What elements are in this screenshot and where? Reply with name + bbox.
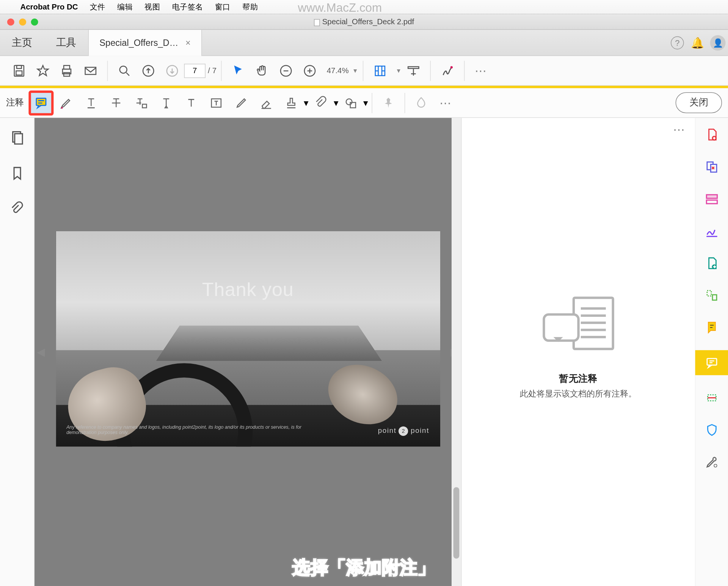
find-button[interactable] xyxy=(113,59,136,83)
svg-rect-4 xyxy=(64,65,70,69)
hand-tool-button[interactable] xyxy=(251,59,275,83)
sign-button[interactable] xyxy=(436,59,460,83)
prev-page-button[interactable] xyxy=(136,59,160,83)
highlight-button[interactable] xyxy=(53,90,78,115)
comments-empty-subtitle: 此处将显示该文档的所有注释。 xyxy=(462,389,695,400)
scan-ocr-icon[interactable] xyxy=(702,388,721,407)
fit-dropdown-icon[interactable]: ▼ xyxy=(396,67,402,74)
svg-rect-21 xyxy=(14,134,22,144)
textbox-button[interactable] xyxy=(204,90,229,115)
tab-bar: 主页 工具 Special_Offers_D… × ? 🔔 👤 xyxy=(0,30,728,56)
print-button[interactable] xyxy=(55,59,79,83)
svg-rect-2 xyxy=(16,71,22,75)
comments-empty-state: 暂无注释 此处将显示该文档的所有注释。 xyxy=(462,296,695,400)
page-total-label: / 7 xyxy=(208,66,217,75)
svg-rect-6 xyxy=(85,67,96,74)
comment-icon[interactable] xyxy=(695,350,728,375)
organize-pages-icon[interactable] xyxy=(702,286,721,305)
svg-point-14 xyxy=(450,66,453,68)
export-pdf-icon[interactable] xyxy=(702,254,721,273)
menu-help[interactable]: 帮助 xyxy=(236,2,264,12)
svg-rect-29 xyxy=(712,295,716,300)
fill-sign-icon[interactable] xyxy=(702,221,721,240)
comment-toolbar-label: 注释 xyxy=(6,97,24,108)
select-tool-button[interactable] xyxy=(227,59,251,83)
app-name[interactable]: Acrobat Pro DC xyxy=(14,2,84,11)
comment-more-button[interactable]: ⋯ xyxy=(434,90,459,115)
notifications-button[interactable]: 🔔 xyxy=(687,36,708,49)
thumbnails-button[interactable] xyxy=(9,130,25,147)
svg-rect-30 xyxy=(707,359,716,365)
add-text-button[interactable] xyxy=(179,90,204,115)
comment-close-button[interactable]: 关闭 xyxy=(676,92,722,113)
menu-edit[interactable]: 编辑 xyxy=(111,2,138,12)
more-tools-button[interactable]: ⋯ xyxy=(469,59,493,83)
comments-panel-menu[interactable]: ⋯ xyxy=(673,123,686,137)
draw-button[interactable] xyxy=(229,90,254,115)
svg-rect-26 xyxy=(706,200,717,204)
document-icon xyxy=(314,19,320,26)
left-nav-panel xyxy=(0,118,35,586)
send-comments-icon[interactable] xyxy=(702,318,721,337)
attachments-button[interactable] xyxy=(9,201,25,219)
menu-file[interactable]: 文件 xyxy=(84,2,111,12)
read-mode-button[interactable] xyxy=(402,59,425,83)
zoom-out-button[interactable] xyxy=(274,59,298,83)
svg-rect-16 xyxy=(142,104,146,107)
window-titlebar: Special_Offers_Deck 2.pdf xyxy=(0,14,728,30)
slide-content: Thank you Any reference to company names… xyxy=(56,231,440,447)
mac-menu-bar: Acrobat Pro DC 文件 编辑 视图 电子签名 窗口 帮助 www.M… xyxy=(0,0,728,14)
help-button[interactable]: ? xyxy=(667,36,687,49)
erase-button[interactable] xyxy=(254,90,279,115)
protect-icon[interactable] xyxy=(702,420,721,439)
stamp-dropdown-icon[interactable]: ▾ xyxy=(304,97,309,108)
svg-rect-19 xyxy=(350,102,356,107)
document-viewport[interactable]: ◀ Thank you Any reference to company nam… xyxy=(35,118,461,586)
svg-rect-28 xyxy=(707,291,711,296)
underline-button[interactable] xyxy=(78,90,104,115)
save-button[interactable] xyxy=(7,59,31,83)
shapes-dropdown-icon[interactable]: ▾ xyxy=(363,97,368,108)
svg-rect-13 xyxy=(408,66,419,68)
email-button[interactable] xyxy=(78,59,102,83)
sticky-note-button[interactable] xyxy=(28,90,53,115)
star-button[interactable] xyxy=(31,59,55,83)
replace-text-button[interactable] xyxy=(129,90,154,115)
document-scrollbar[interactable] xyxy=(452,118,461,586)
fit-page-button[interactable] xyxy=(368,59,392,83)
svg-rect-25 xyxy=(706,195,717,198)
zoom-in-button[interactable] xyxy=(298,59,322,83)
edit-pdf-icon[interactable] xyxy=(702,190,721,208)
next-page-button[interactable] xyxy=(160,59,184,83)
tab-home[interactable]: 主页 xyxy=(0,36,44,49)
tab-close-button[interactable]: × xyxy=(185,38,191,48)
menu-window[interactable]: 窗口 xyxy=(209,2,236,12)
more-tools-icon[interactable] xyxy=(702,453,721,472)
prev-page-arrow[interactable]: ◀ xyxy=(37,345,45,359)
strikethrough-button[interactable] xyxy=(104,90,129,115)
window-title: Special_Offers_Deck 2.pdf xyxy=(0,17,728,27)
signin-button[interactable]: 👤 xyxy=(708,35,728,50)
create-pdf-icon[interactable] xyxy=(702,125,721,144)
shapes-button[interactable] xyxy=(338,90,363,115)
attach-dropdown-icon[interactable]: ▾ xyxy=(334,97,339,108)
insert-text-button[interactable] xyxy=(154,90,179,115)
zoom-level-label[interactable]: 47.4% xyxy=(327,66,349,75)
menu-esign[interactable]: 电子签名 xyxy=(166,2,209,12)
tab-tools[interactable]: 工具 xyxy=(44,36,88,49)
menu-view[interactable]: 视图 xyxy=(139,2,166,12)
comments-empty-icon xyxy=(542,296,614,362)
tab-document-active[interactable]: Special_Offers_D… × xyxy=(88,30,202,56)
bookmarks-button[interactable] xyxy=(9,166,25,183)
color-picker-button[interactable] xyxy=(409,90,434,115)
svg-rect-15 xyxy=(36,98,46,105)
attach-button[interactable] xyxy=(309,90,334,115)
zoom-dropdown-icon[interactable]: ▼ xyxy=(352,67,358,74)
stamp-button[interactable] xyxy=(279,90,304,115)
comments-empty-title: 暂无注释 xyxy=(462,373,695,385)
svg-point-18 xyxy=(346,99,352,105)
page-number-input[interactable] xyxy=(184,63,206,78)
pin-button[interactable] xyxy=(376,90,401,115)
combine-files-icon[interactable] xyxy=(702,157,721,176)
comment-toolbar: 注释 ▾ ▾ ▾ ⋯ 关闭 xyxy=(0,86,728,118)
